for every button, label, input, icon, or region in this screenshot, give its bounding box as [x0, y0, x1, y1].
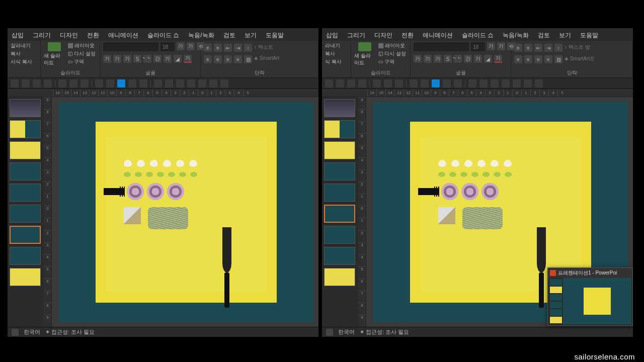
slide-thumb-6[interactable] [324, 205, 355, 223]
qat-btn[interactable] [11, 79, 19, 87]
tab-draw[interactable]: 그리기 [31, 30, 53, 41]
qat-btn[interactable] [347, 79, 355, 87]
spacing-button[interactable]: ᄂᄂ [143, 55, 151, 63]
tab-review[interactable]: 검토 [536, 30, 552, 41]
format-painter-button[interactable]: 식 복사 [325, 58, 342, 65]
numbering-button[interactable]: ≡ [524, 44, 532, 52]
indent-dec-button[interactable]: ⇤ [534, 44, 542, 52]
qat-btn[interactable] [479, 79, 488, 87]
highlight-button[interactable]: ◢ [174, 55, 182, 63]
qat-btn[interactable] [165, 79, 173, 87]
canvas[interactable]: 9876543210123456789 [44, 97, 318, 327]
indent-inc-button[interactable]: ⇥ [234, 44, 242, 52]
layout-button[interactable]: ▦ 레이아웃 [378, 42, 406, 49]
qat-btn[interactable] [44, 79, 52, 87]
qat-btn[interactable] [524, 79, 532, 87]
font-size-input[interactable]: 18 [160, 42, 175, 51]
layout-button[interactable]: ▦ 레이아웃 [68, 42, 96, 49]
qat-btn[interactable] [432, 79, 440, 87]
font-size-input[interactable]: 18 [471, 42, 485, 51]
qat-btn[interactable] [80, 79, 89, 87]
cut-button[interactable]: 라내기 [325, 42, 342, 49]
case-button[interactable]: 가 [164, 55, 172, 63]
slide-thumb-7[interactable] [10, 226, 41, 244]
qat-btn[interactable] [373, 79, 381, 87]
qat-btn[interactable] [69, 79, 77, 87]
new-slide-button[interactable]: 새 슬라이드 [354, 42, 375, 66]
slide-thumb-3[interactable] [324, 141, 355, 159]
qat-btn[interactable] [325, 79, 333, 87]
bold-button[interactable]: 가 [414, 55, 422, 63]
tab-slideshow[interactable]: 슬라이드 쇼 [145, 30, 181, 41]
qat-btn[interactable] [336, 79, 344, 87]
text-direction-button[interactable]: ↕ 텍스트 방 [565, 44, 590, 52]
bullets-button[interactable]: ≡ [514, 44, 522, 52]
qat-btn[interactable] [58, 79, 66, 87]
bold-button[interactable]: 가 [103, 55, 111, 63]
tab-animation[interactable]: 애니메이션 [421, 30, 455, 41]
status-language[interactable]: 한국어 [338, 328, 355, 336]
reset-button[interactable]: ◱ 다시 설정 [378, 50, 406, 57]
status-accessibility[interactable]: ✶ 접근성: 조사 필요 [45, 328, 95, 336]
align-right-button[interactable]: ≡ [224, 55, 232, 63]
underline-button[interactable]: 가 [123, 55, 131, 63]
shrink-font-button[interactable]: 가 [497, 42, 505, 50]
italic-button[interactable]: 가 [113, 55, 121, 63]
qat-btn[interactable] [513, 79, 521, 87]
qat-btn[interactable] [95, 79, 103, 87]
tab-view[interactable]: 보기 [557, 30, 573, 41]
tab-help[interactable]: 도움말 [264, 30, 286, 41]
tab-insert[interactable]: 삽입 [324, 30, 340, 41]
qat-btn[interactable] [33, 79, 41, 87]
strike-button[interactable]: S [444, 55, 452, 63]
line-spacing-button[interactable]: ↕ [554, 44, 562, 52]
status-language[interactable]: 한국어 [24, 328, 40, 336]
bullets-button[interactable]: ≡ [204, 44, 212, 52]
slide-thumb-7[interactable] [324, 226, 355, 244]
strike-button[interactable]: S [133, 55, 141, 63]
qat-btn[interactable] [154, 79, 162, 87]
qat-btn[interactable] [421, 79, 429, 87]
slide-thumb-4[interactable] [10, 162, 41, 180]
line-spacing-button[interactable]: ↕ [244, 44, 252, 52]
qat-btn[interactable] [187, 79, 195, 87]
spacing-button[interactable]: ᄂᄂ [454, 55, 462, 63]
tab-animation[interactable]: 애니메이션 [106, 30, 140, 41]
tab-transition[interactable]: 전환 [399, 30, 416, 41]
slide-thumb-8[interactable] [324, 247, 355, 265]
font-color-button[interactable]: 가 [494, 55, 502, 63]
notes-icon[interactable] [326, 329, 333, 336]
cut-button[interactable]: 잘라내기 [11, 42, 32, 49]
tab-review[interactable]: 검토 [221, 30, 237, 41]
case-button[interactable]: 가 [474, 55, 482, 63]
format-painter-button[interactable]: 서식 복사 [11, 58, 32, 65]
grow-font-button[interactable]: 가 [177, 42, 185, 50]
tab-draw[interactable]: 그리기 [345, 30, 367, 41]
qat-btn[interactable] [443, 79, 451, 87]
align-left-button[interactable]: ≡ [204, 55, 212, 63]
qat-btn[interactable] [358, 79, 366, 87]
qat-btn[interactable] [128, 79, 136, 87]
tab-insert[interactable]: 삽입 [10, 30, 26, 41]
qat-btn[interactable] [535, 79, 543, 87]
qat-btn[interactable] [468, 79, 476, 87]
qat-btn[interactable] [491, 79, 499, 87]
justify-button[interactable]: ≡ [544, 55, 552, 63]
section-button[interactable]: ▭ 구역 [68, 58, 96, 65]
indent-inc-button[interactable]: ⇥ [544, 44, 552, 52]
slide-thumb-8[interactable] [10, 247, 41, 265]
grow-font-button[interactable]: 가 [487, 42, 495, 50]
align-center-button[interactable]: ≡ [524, 55, 532, 63]
text-direction-button[interactable]: ↕ 텍스트 [254, 44, 273, 52]
slide-thumb-2[interactable] [10, 120, 41, 138]
slide-thumb-5[interactable] [10, 184, 41, 202]
columns-button[interactable]: ▥ [554, 55, 562, 63]
indent-dec-button[interactable]: ⇤ [224, 44, 232, 52]
tab-record[interactable]: 녹음/녹화 [186, 30, 216, 41]
numbering-button[interactable]: ≡ [214, 44, 222, 52]
italic-button[interactable]: 가 [424, 55, 432, 63]
notes-icon[interactable] [12, 329, 19, 336]
font-name-input[interactable] [414, 42, 469, 51]
qat-btn[interactable] [410, 79, 418, 87]
slide-thumb-6[interactable] [10, 205, 41, 223]
